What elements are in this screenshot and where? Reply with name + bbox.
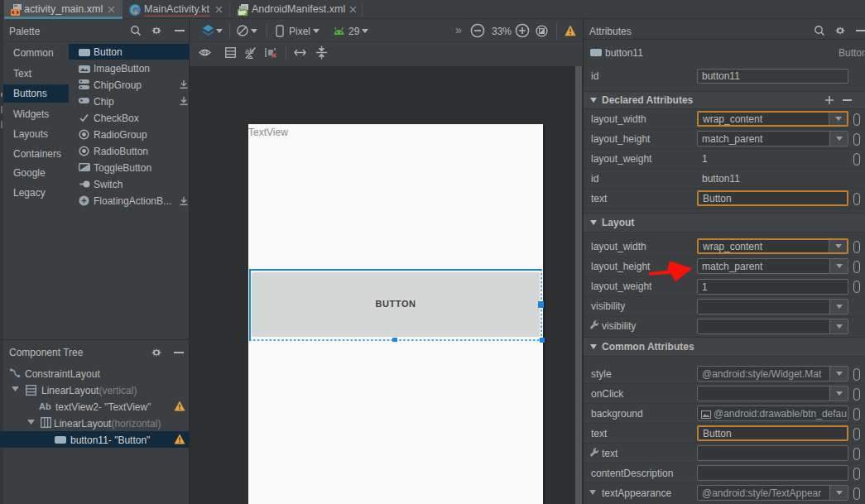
svg-text:MF: MF (238, 10, 246, 16)
